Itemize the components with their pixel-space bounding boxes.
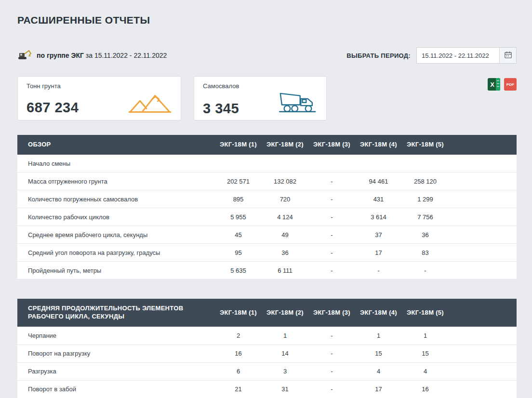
cell-value — [355, 155, 402, 172]
cell-value: 36 — [402, 226, 449, 244]
cell-value — [402, 155, 449, 172]
row-label: Количество погруженных самосвалов — [17, 190, 215, 208]
cell-value: 16 — [215, 345, 262, 362]
cell-value — [308, 155, 355, 172]
filler-cell — [449, 244, 517, 262]
table-row: Масса отгруженного грунта202 571132 082-… — [17, 172, 517, 190]
export-xls-button[interactable]: X — [488, 78, 500, 91]
cycle-duration-table: СРЕДНЯЯ ПРОДОЛЖИТЕЛЬНОСТЬ ЭЛЕМЕНТОВ РАБО… — [17, 299, 517, 398]
period-input[interactable] — [416, 47, 499, 64]
stat-label: Тонн грунта — [27, 82, 172, 90]
column-header: ЭКГ-18М (5) — [402, 135, 449, 155]
table-row: Черпание21-11 — [17, 327, 517, 345]
stat-card-tons: Тонн грунта 687 234 — [17, 76, 181, 120]
cell-value: 15 — [402, 345, 449, 362]
cell-value: 720 — [262, 190, 308, 208]
excavator-icon — [17, 49, 32, 62]
filler-cell — [449, 208, 517, 226]
row-label: Начало смены — [17, 155, 215, 172]
cell-value: 1 — [355, 327, 402, 345]
cell-value: 94 461 — [355, 172, 402, 190]
period-label: ВЫБРАТЬ ПЕРИОД: — [346, 52, 411, 59]
column-header: ЭКГ-18М (1) — [215, 135, 262, 155]
cell-value: 4 — [355, 362, 402, 380]
row-label: Черпание — [17, 327, 215, 345]
table-row: Разгрузка63-44 — [17, 362, 517, 380]
filler-cell — [449, 190, 517, 208]
cell-value: 6 — [215, 362, 262, 380]
row-label: Поворот на разгрузку — [17, 345, 215, 362]
cell-value: - — [308, 262, 355, 279]
cell-value: - — [308, 226, 355, 244]
filler-header — [449, 299, 517, 327]
cell-value: 6 111 — [262, 262, 308, 279]
cell-value: 45 — [215, 226, 262, 244]
export-pdf-button[interactable]: PDF — [504, 78, 517, 91]
filler-cell — [449, 226, 517, 244]
column-header: ЭКГ-18М (2) — [262, 299, 308, 327]
calendar-button[interactable] — [499, 47, 517, 64]
table-title: СРЕДНЯЯ ПРОДОЛЖИТЕЛЬНОСТЬ ЭЛЕМЕНТОВ РАБО… — [17, 299, 215, 327]
reports-page: РАСШИРЕННЫЕ ОТЧЕТЫ по группе ЭКГ за 15.1… — [0, 0, 532, 398]
table-row: Средний угол поворота на разгрузку, град… — [17, 244, 517, 262]
cell-value: 431 — [355, 190, 402, 208]
cell-value: 95 — [215, 244, 262, 262]
filler-cell — [449, 362, 517, 380]
mountain-icon — [128, 90, 172, 116]
table-row: Начало смены — [17, 155, 517, 172]
table-row: Количество рабочих циклов5 9554 124-3 61… — [17, 208, 517, 226]
column-header: ЭКГ-18М (5) — [402, 299, 449, 327]
column-header: ЭКГ-18М (2) — [262, 135, 308, 155]
cell-value: 15 — [355, 345, 402, 362]
cell-value: 7 756 — [402, 208, 449, 226]
cell-value: - — [308, 190, 355, 208]
cell-value: 202 571 — [215, 172, 262, 190]
cell-value: 17 — [355, 380, 402, 398]
export-buttons: X PDF — [488, 76, 517, 91]
cell-value: - — [308, 327, 355, 345]
cell-value: - — [402, 262, 449, 279]
cell-value: 4 — [402, 362, 449, 380]
row-label: Поворот в забой — [17, 380, 215, 398]
page-title: РАСШИРЕННЫЕ ОТЧЕТЫ — [17, 14, 517, 26]
stat-value: 3 345 — [203, 101, 239, 117]
cell-value: 14 — [262, 345, 308, 362]
cell-value: 49 — [262, 226, 308, 244]
calendar-icon — [504, 51, 512, 60]
cell-value: 1 — [262, 327, 308, 345]
table-row: Количество погруженных самосвалов895720-… — [17, 190, 517, 208]
cell-value: - — [308, 244, 355, 262]
column-header: ЭКГ-18М (1) — [215, 299, 262, 327]
filler-header — [449, 135, 517, 155]
cell-value: 1 299 — [402, 190, 449, 208]
cell-value: 258 120 — [402, 172, 449, 190]
table-row: Среднее время рабочего цикла, секунды454… — [17, 226, 517, 244]
table-row: Поворот на разгрузку1614-1515 — [17, 345, 517, 362]
cell-value: 36 — [262, 244, 308, 262]
cell-value: 31 — [262, 380, 308, 398]
row-label: Среднее время рабочего цикла, секунды — [17, 226, 215, 244]
cell-value: 5 955 — [215, 208, 262, 226]
subtitle-text: по группе ЭКГ за 15.11.2022 - 22.11.2022 — [37, 52, 167, 59]
filler-cell — [449, 380, 517, 398]
cell-value: 895 — [215, 190, 262, 208]
column-header: ЭКГ-18М (3) — [308, 135, 355, 155]
cell-value: - — [308, 362, 355, 380]
cell-value: 5 635 — [215, 262, 262, 279]
pdf-icon: PDF — [504, 78, 517, 91]
cell-value — [215, 155, 262, 172]
cell-value: 3 — [262, 362, 308, 380]
cell-value: 16 — [402, 380, 449, 398]
dump-truck-icon — [278, 90, 318, 117]
column-header: ЭКГ-18М (3) — [308, 299, 355, 327]
filler-cell — [449, 262, 517, 279]
row-label: Пройденный путь, метры — [17, 262, 215, 279]
row-label: Разгрузка — [17, 362, 215, 380]
table-row: Пройденный путь, метры5 6356 111--- — [17, 262, 517, 279]
cell-value: - — [308, 208, 355, 226]
cell-value: - — [355, 262, 402, 279]
cell-value: 83 — [402, 244, 449, 262]
report-tables: ОБЗОРЭКГ-18М (1)ЭКГ-18М (2)ЭКГ-18М (3)ЭК… — [17, 135, 517, 398]
cell-value: 1 — [402, 327, 449, 345]
stat-card-trucks: Самосвалов 3 345 — [194, 76, 327, 120]
